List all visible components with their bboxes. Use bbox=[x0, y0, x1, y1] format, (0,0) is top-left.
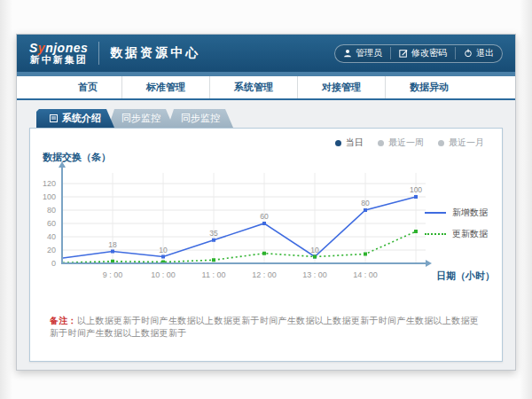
tab-system-intro[interactable]: 系统介绍 bbox=[36, 109, 114, 128]
header-divider bbox=[98, 42, 99, 65]
data-point bbox=[212, 239, 215, 242]
data-point-label: 10 bbox=[159, 246, 168, 254]
logout-label: 退出 bbox=[476, 47, 494, 59]
radio-label: 最近一周 bbox=[388, 137, 424, 149]
change-password-label: 修改密码 bbox=[411, 47, 447, 59]
change-password-button[interactable]: 修改密码 bbox=[390, 47, 455, 59]
legend-item-new-data[interactable]: 新增数据 bbox=[425, 207, 488, 219]
radio-last-month[interactable]: 最近一月 bbox=[438, 137, 484, 149]
data-point bbox=[212, 258, 215, 262]
x-tick-label: 12 : 00 bbox=[252, 270, 277, 279]
legend-label: 更新数据 bbox=[452, 228, 488, 240]
app-window: Synjones 新中新集团 数据资源中心 管理员 修改密码 bbox=[16, 34, 516, 371]
x-axis-arrow bbox=[426, 260, 432, 267]
logout-button[interactable]: 退出 bbox=[455, 47, 502, 59]
data-point bbox=[364, 208, 367, 212]
y-tick-label: 100 bbox=[43, 192, 56, 201]
user-menu-label: 管理员 bbox=[356, 47, 382, 59]
radio-dot bbox=[438, 140, 444, 146]
legend-label: 新增数据 bbox=[452, 207, 488, 219]
app-header: Synjones 新中新集团 数据资源中心 管理员 修改密码 bbox=[17, 35, 515, 72]
footnote-prefix: 备注： bbox=[50, 316, 77, 325]
data-point bbox=[262, 222, 266, 225]
data-point-label: 100 bbox=[410, 185, 422, 194]
x-axis-title: 日期（小时） bbox=[436, 270, 495, 282]
data-point bbox=[364, 253, 367, 256]
app-title: 数据资源中心 bbox=[110, 45, 200, 61]
data-point-label: 10 bbox=[310, 246, 319, 254]
nav-item-standards[interactable]: 标准管理 bbox=[121, 76, 209, 98]
y-axis-arrow bbox=[59, 161, 66, 168]
power-icon bbox=[464, 49, 473, 58]
data-point bbox=[313, 255, 317, 259]
chart-card: 当日 最近一周 最近一月 020406080100120181035601080… bbox=[29, 128, 503, 362]
x-tick-label: 14 : 00 bbox=[353, 270, 378, 279]
tab-sync-monitor-2[interactable]: 同步监控 bbox=[168, 109, 233, 128]
x-tick-label: 10 : 00 bbox=[151, 270, 176, 279]
legend-item-updated-data[interactable]: 更新数据 bbox=[425, 228, 488, 240]
x-tick-label: 9 : 00 bbox=[103, 270, 123, 279]
data-point-label: 60 bbox=[260, 212, 269, 221]
radio-last-week[interactable]: 最近一周 bbox=[378, 137, 424, 149]
nav-item-home[interactable]: 首页 bbox=[54, 76, 121, 98]
footnote-text: 以上数据更新于时间产生数据以上数据更新于时间产生数据以上数据更新于时间产生数据以… bbox=[50, 316, 479, 338]
y-tick-label: 40 bbox=[47, 232, 56, 241]
tab-label: 同步监控 bbox=[121, 109, 160, 128]
period-filter: 当日 最近一周 最近一月 bbox=[335, 137, 484, 149]
data-point bbox=[414, 230, 418, 233]
data-point bbox=[262, 252, 266, 255]
y-tick-label: 0 bbox=[51, 259, 56, 268]
content-area: 系统介绍 同步监控 同步监控 当日 最近一周 bbox=[17, 100, 515, 362]
user-icon bbox=[343, 49, 352, 58]
nav-item-integration[interactable]: 对接管理 bbox=[297, 76, 385, 98]
logo-text: Synjones bbox=[29, 42, 88, 55]
data-point-label: 18 bbox=[108, 240, 117, 249]
tab-label: 系统介绍 bbox=[62, 109, 101, 128]
footnote: 备注：以上数据更新于时间产生数据以上数据更新于时间产生数据以上数据更新于时间产生… bbox=[50, 315, 488, 340]
y-axis-title: 数据交换（条） bbox=[42, 152, 111, 163]
legend-line-sample-green bbox=[425, 233, 446, 235]
tab-bar: 系统介绍 同步监控 同步监控 bbox=[36, 109, 503, 128]
x-tick-label: 11 : 00 bbox=[202, 270, 226, 279]
data-point bbox=[161, 255, 165, 259]
data-point-label: 35 bbox=[209, 229, 218, 238]
data-point bbox=[111, 250, 114, 254]
radio-label: 当日 bbox=[346, 137, 364, 149]
y-tick-label: 80 bbox=[47, 206, 56, 215]
y-tick-label: 20 bbox=[47, 246, 56, 254]
document-icon bbox=[50, 114, 58, 122]
tab-label: 同步监控 bbox=[181, 109, 220, 128]
data-point-label: 80 bbox=[361, 199, 370, 207]
radio-dot bbox=[335, 140, 341, 146]
company-logo: Synjones 新中新集团 bbox=[29, 42, 88, 65]
x-tick-label: 13 : 00 bbox=[302, 270, 327, 279]
logo-subtitle: 新中新集团 bbox=[30, 55, 88, 66]
data-point bbox=[414, 195, 418, 199]
user-menu: 管理员 修改密码 退出 bbox=[334, 44, 503, 63]
y-tick-label: 120 bbox=[43, 179, 56, 188]
chart-legend: 新增数据 更新数据 bbox=[425, 207, 488, 240]
user-menu-admin[interactable]: 管理员 bbox=[335, 47, 390, 59]
nav-item-data-changes[interactable]: 数据异动 bbox=[385, 76, 473, 98]
main-nav: 首页 标准管理 系统管理 对接管理 数据异动 bbox=[17, 76, 515, 100]
y-tick-label: 60 bbox=[47, 219, 56, 228]
radio-label: 最近一月 bbox=[449, 137, 484, 149]
nav-item-system[interactable]: 系统管理 bbox=[209, 76, 297, 98]
radio-today[interactable]: 当日 bbox=[335, 137, 364, 149]
tab-sync-monitor-1[interactable]: 同步监控 bbox=[108, 109, 174, 128]
edit-icon bbox=[399, 49, 408, 58]
radio-dot bbox=[378, 140, 384, 146]
legend-line-sample-blue bbox=[425, 212, 446, 214]
